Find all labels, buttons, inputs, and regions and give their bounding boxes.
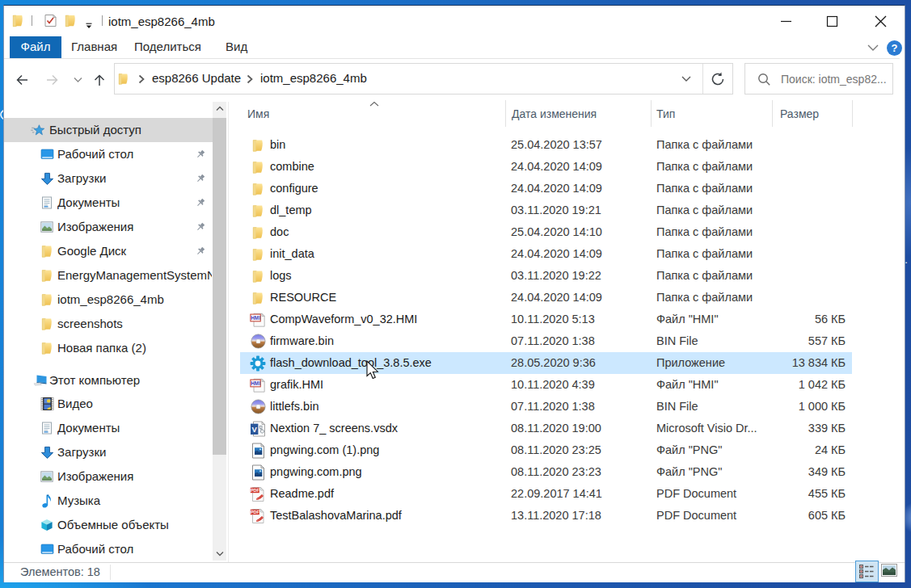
svg-text:PDF: PDF [251,487,259,492]
svg-text:HMI: HMI [251,380,260,386]
svg-text:HMI: HMI [251,315,260,321]
svg-text:V: V [252,424,258,433]
svg-text:PDF: PDF [251,509,259,514]
